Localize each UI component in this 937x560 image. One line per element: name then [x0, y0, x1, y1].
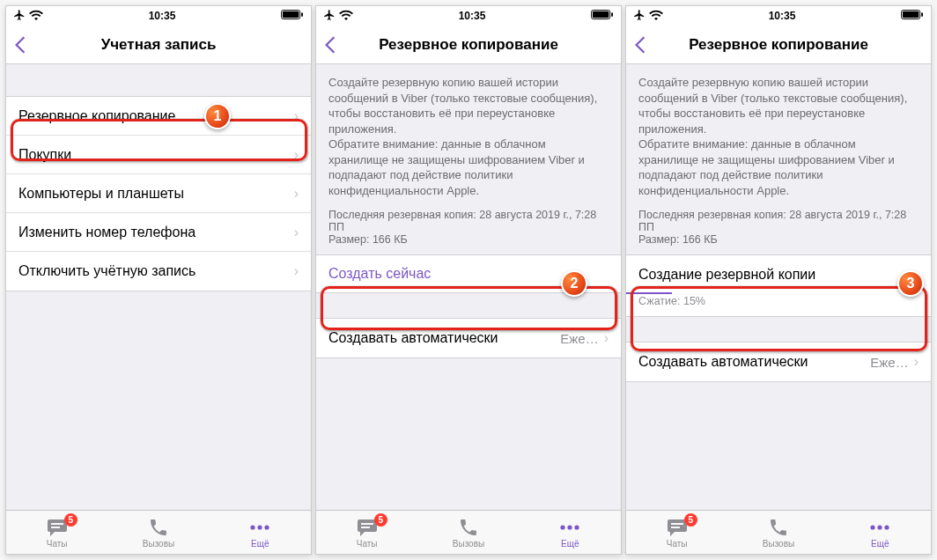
svg-rect-12: [361, 527, 370, 528]
tab-calls[interactable]: Вызовы: [727, 511, 829, 554]
screenshot-backup: 10:35 Резервное копирование Создайте рез…: [315, 5, 622, 555]
row-label: Изменить номер телефона: [18, 225, 294, 240]
svg-rect-11: [361, 523, 373, 525]
more-icon: [248, 517, 271, 538]
row-auto-backup[interactable]: Создавать автоматически Еже… ›: [316, 319, 621, 357]
svg-point-13: [561, 525, 565, 529]
svg-rect-20: [671, 527, 680, 528]
tab-calls[interactable]: Вызовы: [107, 511, 209, 554]
back-button[interactable]: [13, 26, 27, 63]
tab-more[interactable]: Ещё: [520, 511, 621, 554]
callout-badge: 1: [204, 103, 231, 129]
tab-label: Ещё: [871, 539, 889, 549]
svg-rect-1: [283, 11, 299, 17]
chat-icon: 5: [46, 517, 69, 538]
tab-label: Вызовы: [763, 539, 794, 549]
tab-bar: 5 Чаты Вызовы Ещё: [6, 510, 311, 554]
row-label: Создавать автоматически: [638, 354, 870, 370]
tab-label: Чаты: [47, 539, 68, 549]
svg-rect-4: [51, 527, 60, 528]
tab-calls[interactable]: Вызовы: [417, 511, 519, 554]
screenshot-account: 10:35 Учетная запись Резервное копирован…: [5, 5, 312, 555]
tab-chats[interactable]: 5 Чаты: [6, 511, 107, 554]
unread-badge: 5: [374, 513, 387, 527]
chevron-right-icon: ›: [604, 330, 609, 346]
status-bar: 10:35: [316, 6, 621, 26]
row-auto-backup[interactable]: Создавать автоматически Еже… ›: [626, 343, 931, 381]
info-text: Создайте резервную копию вашей истории с…: [316, 64, 621, 203]
progress-container: Сжатие: 15%: [626, 293, 931, 317]
tab-more[interactable]: Ещё: [210, 511, 311, 554]
phone-icon: [458, 517, 479, 538]
chat-icon: 5: [356, 517, 379, 538]
progress-bar: [626, 292, 672, 294]
svg-rect-10: [611, 12, 613, 17]
row-label: Резервное копирование: [18, 108, 294, 124]
svg-point-14: [568, 525, 572, 529]
svg-rect-17: [903, 11, 919, 17]
row-change-number[interactable]: Изменить номер телефона ›: [6, 213, 311, 252]
airplane-icon: [633, 9, 646, 24]
row-backup[interactable]: Резервное копирование ›: [6, 97, 311, 136]
chevron-right-icon: ›: [294, 263, 299, 279]
row-value: Еже…: [870, 355, 908, 370]
svg-rect-18: [921, 12, 923, 17]
wifi-icon: [339, 10, 353, 23]
chevron-right-icon: ›: [294, 147, 299, 163]
backup-meta: Последняя резервная копия: 28 августа 20…: [316, 203, 621, 254]
unread-badge: 5: [64, 513, 77, 527]
chat-icon: 5: [666, 517, 689, 538]
page-title: Резервное копирование: [689, 36, 868, 54]
svg-point-22: [878, 525, 882, 529]
status-time: 10:35: [149, 10, 176, 22]
page-title: Резервное копирование: [379, 36, 558, 54]
back-button[interactable]: [633, 26, 647, 63]
svg-point-21: [871, 525, 875, 529]
tab-label: Ещё: [251, 539, 269, 549]
row-label: Компьютеры и планшеты: [18, 186, 294, 202]
backup-in-progress-row: Создание резервной копии: [626, 254, 931, 293]
svg-rect-2: [301, 12, 303, 17]
chevron-right-icon: ›: [294, 225, 299, 240]
tab-chats[interactable]: 5 Чаты: [316, 511, 417, 554]
nav-header: Резервное копирование: [316, 26, 621, 64]
svg-rect-3: [51, 523, 63, 525]
tab-label: Вызовы: [143, 539, 174, 549]
status-time: 10:35: [769, 10, 796, 22]
chevron-left-icon: [633, 35, 647, 55]
row-computers[interactable]: Компьютеры и планшеты ›: [6, 174, 311, 213]
row-disable-account[interactable]: Отключить учётную запись ›: [6, 252, 311, 291]
info-text: Создайте резервную копию вашей истории с…: [626, 64, 931, 203]
page-title: Учетная запись: [101, 36, 217, 54]
progress-label: Сжатие: 15%: [626, 293, 931, 317]
back-button[interactable]: [323, 26, 337, 63]
status-time: 10:35: [459, 10, 486, 22]
wifi-icon: [649, 10, 663, 23]
callout-badge: 3: [897, 270, 924, 297]
phone-icon: [768, 517, 789, 538]
unread-badge: 5: [684, 513, 697, 527]
phone-icon: [148, 517, 169, 538]
chevron-right-icon: ›: [294, 108, 299, 124]
callout-badge: 2: [561, 270, 587, 297]
tab-chats[interactable]: 5 Чаты: [626, 511, 727, 554]
svg-point-15: [575, 525, 579, 529]
svg-rect-9: [593, 11, 609, 17]
backup-meta: Последняя резервная копия: 28 августа 20…: [626, 203, 931, 254]
more-icon: [868, 517, 891, 538]
battery-icon: [901, 10, 924, 23]
nav-header: Резервное копирование: [626, 26, 931, 64]
tab-label: Чаты: [667, 539, 688, 549]
airplane-icon: [13, 9, 26, 24]
chevron-right-icon: ›: [914, 354, 919, 370]
screenshot-backup-progress: 10:35 Резервное копирование Создайте рез…: [625, 5, 932, 555]
row-label: Покупки: [18, 147, 294, 163]
airplane-icon: [323, 9, 336, 24]
svg-point-23: [885, 525, 889, 529]
tab-more[interactable]: Ещё: [830, 511, 931, 554]
battery-icon: [281, 10, 304, 23]
row-value: Еже…: [560, 331, 598, 346]
tab-label: Ещё: [561, 539, 579, 549]
chevron-left-icon: [323, 35, 337, 55]
row-purchases[interactable]: Покупки ›: [6, 136, 311, 174]
